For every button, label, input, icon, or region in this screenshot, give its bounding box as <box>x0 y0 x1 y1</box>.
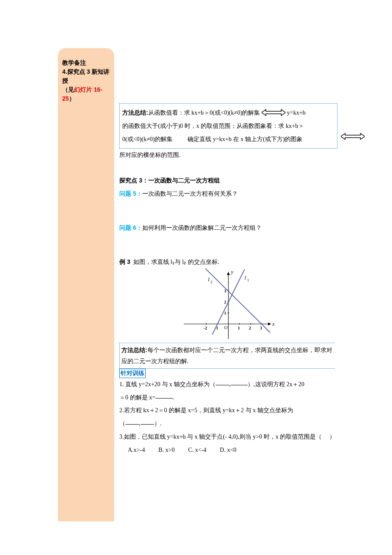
blank <box>231 379 248 385</box>
ex2-a: 2.若方程 kx＋2＝0 的解是 x=5，则直线 y=kx＋2 与 x 轴交点坐… <box>119 404 337 417</box>
svg-text:O: O <box>224 325 228 330</box>
svg-text:l: l <box>208 276 210 283</box>
main-content: 方法总结:从函数值看：求 kx+b＞0(或<0)(k≠0)的解集 y=kx+b … <box>119 103 337 457</box>
example-3-text: 如图，求直线 l₁与 l₂ 的交点坐标. <box>130 259 219 265</box>
svg-text:2: 2 <box>224 300 226 304</box>
question-6-text: 如何利用一次函数的图象解二元一次方程组？ <box>142 225 262 231</box>
intersection-diagram: x y O -2 -1 1 2 3 1 2 3 l1 <box>182 269 275 341</box>
blank <box>156 393 173 399</box>
example-3-block: 例 3 如图，求直线 l₁与 l₂ 的交点坐标. <box>119 255 337 269</box>
blank <box>141 419 154 425</box>
method-summary-text-3: 0(或<0)(k≠0)的解集 确定直线 y=kx+b 在 x 轴上方(或下方)的… <box>122 133 334 146</box>
svg-text:1: 1 <box>238 326 240 330</box>
question-6-block: 问题 6：如何利用一次函数的图象解二元一次方程组？ <box>119 221 337 235</box>
svg-marker-0 <box>262 110 285 116</box>
content-after-box1: 所对应的横坐标的范围. <box>119 149 337 162</box>
ex1-d: ＝0 的解是 x= <box>119 394 156 401</box>
svg-text:2: 2 <box>210 280 213 284</box>
training-label: 针对训练 <box>119 369 146 378</box>
svg-text:1: 1 <box>247 278 249 282</box>
method-summary-label: 方法总结: <box>122 109 148 116</box>
svg-text:-2: -2 <box>204 326 207 330</box>
opt-a: A.x>-4 <box>128 444 145 457</box>
svg-text:y: y <box>231 269 233 275</box>
svg-text:l: l <box>245 275 246 281</box>
sidebar-slides-ref: （见幻灯片 16-25） <box>62 85 111 103</box>
question-5-text: 一次函数与二元一次方程有何关系？ <box>142 191 238 197</box>
ex2-d: ）. <box>154 420 162 427</box>
svg-text:3: 3 <box>260 326 262 330</box>
svg-text:1: 1 <box>224 311 226 315</box>
svg-text:x: x <box>272 321 275 327</box>
blank <box>216 379 229 385</box>
method-summary-text-1: 从函数值看：求 kx+b＞0(或<0)(k≠0)的解集 <box>148 110 260 116</box>
double-arrow-icon <box>262 109 285 116</box>
method-summary-2-label: 方法总结: <box>121 347 147 353</box>
method-summary-text-2: 的函数值大于(或小于)0 时，x 的取值范围；从函数图象看：求 kx+b＞ <box>122 120 334 133</box>
section-3-heading: 探究点 3：一次函数与二元一次方程组 <box>119 174 337 187</box>
ex3: 3.如图，已知直线 y=kx+b 与 x 轴交于点(- 4,0),则当 y>0 … <box>119 431 337 444</box>
teaching-notes-sidebar: 教学备注 4.探究点 3 新知讲授 （见幻灯片 16-25） <box>58 48 114 521</box>
ex1-c: ）,这说明方程 2x＋20 <box>248 381 304 387</box>
blank <box>125 419 139 425</box>
question-6-label: 问题 6： <box>119 224 142 231</box>
training-label-wrap: 针对训练 <box>119 369 337 378</box>
sidebar-paren-open: （见 <box>62 86 74 93</box>
svg-text:2: 2 <box>249 326 251 330</box>
example-3-label: 例 3 <box>119 258 130 265</box>
opt-b: B. x>0 <box>159 444 175 457</box>
method-summary-box-2: 方法总结:每个一次函数都对应一个二元一次方程，求两直线的交点坐标，即求对应的二元… <box>119 343 335 368</box>
opt-d: D. x<0 <box>220 444 236 457</box>
method-summary-box-1: 方法总结:从函数值看：求 kx+b＞0(或<0)(k≠0)的解集 y=kx+b … <box>119 103 337 149</box>
opt-c: C. x<-4 <box>188 444 206 457</box>
question-5-label: 问题 5： <box>119 190 142 197</box>
method-summary-text-1c: y=kx+b <box>287 110 306 116</box>
exercises: 1. 直线 y=2x+20 与 x 轴交点坐标为（,）,这说明方程 2x＋20 … <box>119 378 337 457</box>
svg-marker-31 <box>341 133 365 139</box>
double-arrow-icon-right <box>341 133 365 142</box>
ex2-b: （ <box>119 420 125 427</box>
method-summary-2-text: 每个一次函数都对应一个二元一次方程，求两直线的交点坐标，即求对应的二元一次方程组… <box>121 347 332 364</box>
after-box1-text: 所对应的横坐标的范围. <box>119 149 337 162</box>
sidebar-line-point: 4.探究点 3 新知讲授 <box>62 67 111 85</box>
sidebar-paren-close: ） <box>69 95 75 102</box>
ex1-a: 1. 直线 y=2x+20 与 x 轴交点坐标为（ <box>119 381 216 387</box>
sidebar-title: 教学备注 <box>62 58 111 67</box>
section-3: 探究点 3：一次函数与二元一次方程组 问题 5：一次函数与二元一次方程有何关系？ <box>119 174 337 201</box>
ex1-e: . <box>173 394 174 401</box>
svg-line-28 <box>202 269 270 332</box>
